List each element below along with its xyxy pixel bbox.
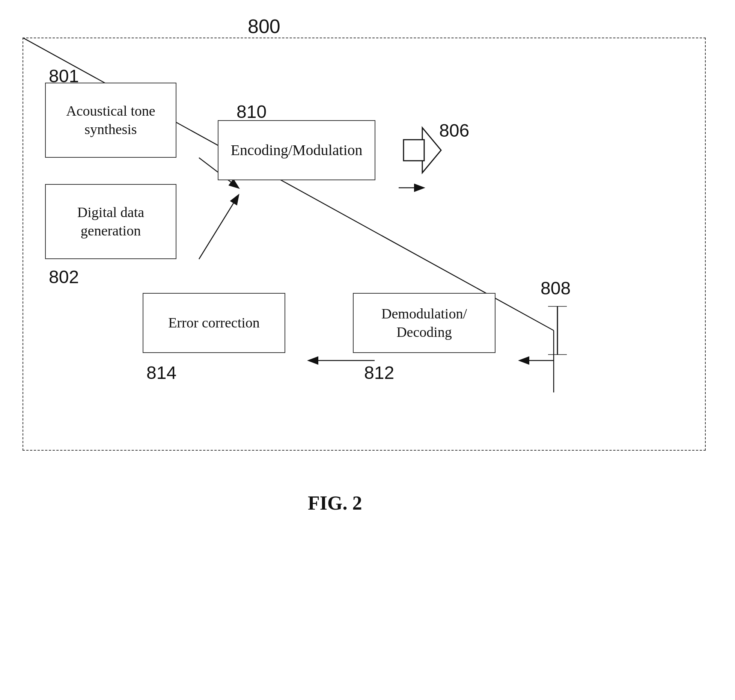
label-800: 800 [248,15,280,38]
block-digital-data-generation: Digital data generation [45,184,176,259]
block-error-correction: Error correction [143,293,285,353]
speaker-icon [400,124,445,177]
page: 800 [0,0,735,700]
block-demodulation-decoding: Demodulation/ Decoding [353,293,496,353]
label-801: 801 [49,66,79,86]
mic-connector-icon [548,306,567,355]
label-814: 814 [146,362,176,383]
label-802: 802 [49,267,79,287]
figure-caption: FIG. 2 [308,492,362,514]
block-encoding-modulation: Encoding/Modulation [218,120,375,180]
label-808: 808 [541,278,571,299]
label-806: 806 [439,120,469,141]
label-812: 812 [364,362,394,383]
block-acoustical-tone-synthesis: Acoustical tone synthesis [45,83,176,158]
svg-rect-9 [404,140,424,161]
svg-marker-8 [422,128,441,173]
label-810: 810 [236,101,267,122]
